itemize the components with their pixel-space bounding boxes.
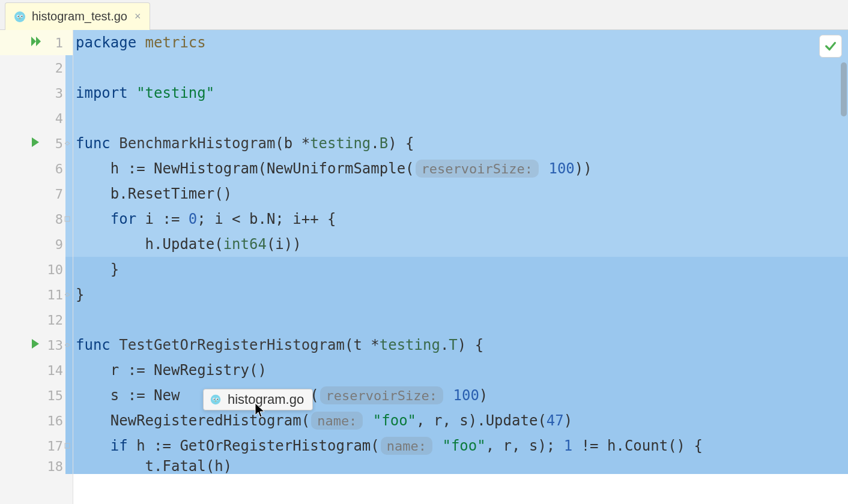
gutter-icon-slot <box>30 307 73 332</box>
code-token: 1 <box>564 437 572 454</box>
code-token <box>76 211 111 227</box>
code-token: := <box>128 160 154 177</box>
gutter-row: 14 <box>0 358 73 383</box>
code-line[interactable]: s := New (reservoirSize: 100) <box>73 383 848 408</box>
gutter-icon-slot <box>30 257 73 282</box>
code-line[interactable]: b.ResetTimer() <box>73 181 848 206</box>
code-line[interactable] <box>73 55 848 80</box>
code-token: Fatal <box>163 458 206 474</box>
code-token: 47 <box>547 412 564 429</box>
svg-point-3 <box>17 16 19 17</box>
gutter-row: 6 <box>0 156 73 181</box>
gutter-icon-slot <box>30 106 73 131</box>
code-line[interactable]: } <box>73 282 848 307</box>
code-token: ( <box>214 236 223 253</box>
code-line[interactable]: t.Fatal(h) <box>73 458 848 474</box>
code-token: metrics <box>145 34 206 51</box>
run-test-icon[interactable] <box>30 338 41 352</box>
run-all-icon[interactable] <box>30 35 43 50</box>
gutter-row: 2 <box>0 55 73 80</box>
code-token: r <box>76 362 128 379</box>
svg-point-5 <box>19 18 21 19</box>
fold-handle-icon[interactable] <box>63 290 71 299</box>
fold-handle-icon[interactable] <box>63 215 71 223</box>
code-token: } <box>76 261 119 278</box>
code-token: ) { <box>458 337 483 353</box>
gutter-row: 1 <box>0 30 73 55</box>
code-line[interactable]: r := NewRegistry() <box>73 358 848 383</box>
go-file-icon <box>13 10 27 24</box>
code-token: i <box>145 211 163 227</box>
code-line[interactable]: h.Update(int64(i)) <box>73 232 848 257</box>
gutter-row: 18 <box>0 458 73 474</box>
gutter-row: 5 <box>0 131 73 156</box>
mouse-cursor-icon <box>253 402 267 419</box>
code-token: ( <box>538 412 546 429</box>
editor-tab-active[interactable]: histogram_test.go × <box>5 2 150 30</box>
code-line[interactable] <box>73 106 848 131</box>
code-token: GetOrRegisterHistogram <box>180 437 371 454</box>
code-token <box>76 437 111 454</box>
code-token: Update <box>486 412 538 429</box>
fold-handle-icon[interactable] <box>63 139 71 148</box>
code-token: NewHistogram <box>154 160 258 177</box>
code-line[interactable]: func BenchmarkHistogram(b *testing.B) { <box>73 131 848 156</box>
code-line[interactable]: import "testing" <box>73 80 848 106</box>
tab-filename: histogram_test.go <box>32 10 127 23</box>
editor-tab-bar: histogram_test.go × <box>0 0 848 30</box>
code-token: ( <box>301 412 310 429</box>
tab-close-icon[interactable]: × <box>132 10 144 23</box>
code-token: , r, s); <box>486 437 564 454</box>
code-token: Count <box>625 437 668 454</box>
gutter-row: 13 <box>0 332 73 358</box>
gutter-row: 9 <box>0 232 73 257</box>
code-token: ; i < b.N; i++ { <box>197 211 336 227</box>
code-token: h <box>76 160 128 177</box>
code-token: := <box>163 211 189 227</box>
code-token: } <box>76 286 84 303</box>
go-file-icon <box>208 392 223 407</box>
code-line[interactable]: for i := 0; i < b.N; i++ { <box>73 206 848 232</box>
code-line[interactable]: package metrics <box>73 30 848 55</box>
code-line[interactable]: func TestGetOrRegisterHistogram(t *testi… <box>73 332 848 358</box>
code-line[interactable]: NewRegisteredHistogram(name: "foo", r, s… <box>73 408 848 433</box>
code-token: NewRegistry <box>154 362 249 379</box>
gutter-icon-slot <box>30 156 73 181</box>
svg-point-0 <box>14 11 25 22</box>
code-line[interactable]: if h := GetOrRegisterHistogram(name: "fo… <box>73 433 848 458</box>
svg-rect-6 <box>65 217 70 221</box>
editor-area: 123456789101112131415161718 package metr… <box>0 30 848 504</box>
gutter-icon-slot <box>30 181 73 206</box>
code-token: () <box>214 185 232 202</box>
gutter-row: 15 <box>0 383 73 408</box>
code-token: NewRegisteredHistogram <box>111 412 301 429</box>
code-token: b. <box>76 185 128 202</box>
code-token: ( <box>258 160 266 177</box>
code-line[interactable] <box>73 307 848 332</box>
code-token: func <box>76 337 119 353</box>
code-token: h. <box>76 236 163 253</box>
gutter-row: 7 <box>0 181 73 206</box>
gutter-row: 16 <box>0 408 73 433</box>
code-line[interactable]: h := NewHistogram(NewUniformSample(reser… <box>73 156 848 181</box>
svg-point-13 <box>215 401 216 402</box>
code-token <box>76 412 111 429</box>
parameter-hint: name: <box>381 437 432 455</box>
code-token: . <box>371 135 379 152</box>
inspection-status-ok[interactable] <box>819 35 842 58</box>
code-token: T <box>449 337 457 353</box>
code-token: ( <box>405 160 414 177</box>
gutter-row: 8 <box>0 206 73 232</box>
fold-handle-icon[interactable] <box>63 442 71 450</box>
code-area[interactable]: package metricsimport "testing"func Benc… <box>73 30 848 504</box>
code-token: package <box>76 34 145 51</box>
code-line[interactable]: } <box>73 257 848 282</box>
svg-point-11 <box>214 398 215 400</box>
code-token: . <box>440 337 449 353</box>
gutter-row: 3 <box>0 80 73 106</box>
run-test-icon[interactable] <box>30 136 41 151</box>
scrollbar-thumb[interactable] <box>841 62 847 116</box>
fold-handle-icon[interactable] <box>63 341 71 349</box>
code-token: "testing" <box>136 85 214 101</box>
svg-point-12 <box>217 398 218 400</box>
